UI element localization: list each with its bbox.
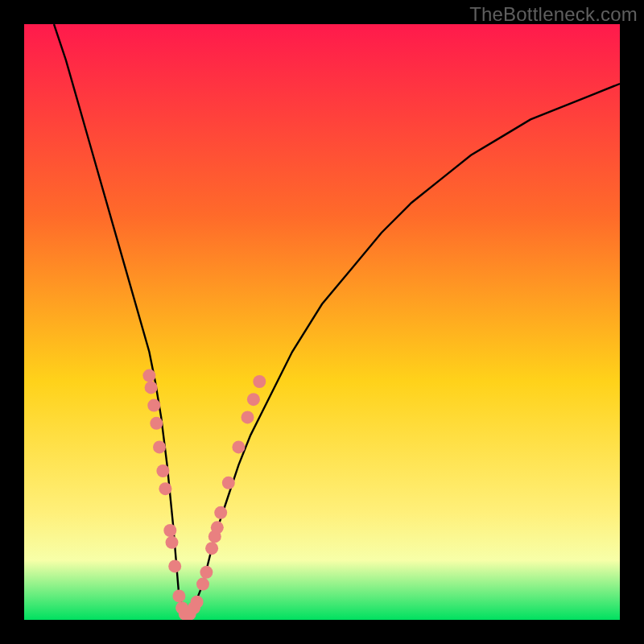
data-marker [232, 440, 245, 453]
data-marker [145, 381, 158, 394]
data-marker [191, 596, 204, 609]
chart-frame: TheBottleneck.com [0, 0, 644, 644]
data-marker [205, 542, 218, 555]
gradient-background [24, 24, 620, 620]
data-marker [142, 369, 155, 382]
data-marker [242, 411, 254, 423]
data-marker [150, 417, 163, 430]
data-marker [172, 589, 185, 602]
data-marker [147, 399, 160, 412]
watermark-text: TheBottleneck.com [469, 3, 638, 26]
data-marker [159, 482, 171, 495]
data-marker [247, 393, 260, 406]
plot-svg [24, 24, 620, 620]
data-marker [168, 559, 181, 572]
data-marker [211, 521, 224, 534]
data-marker [214, 506, 227, 519]
data-marker [156, 464, 169, 477]
plot-area [24, 24, 620, 620]
data-marker [200, 566, 213, 579]
data-marker [253, 375, 266, 388]
data-marker [222, 477, 235, 489]
data-marker [196, 578, 209, 591]
data-marker [166, 536, 179, 549]
data-marker [153, 440, 166, 453]
data-marker [163, 524, 176, 537]
